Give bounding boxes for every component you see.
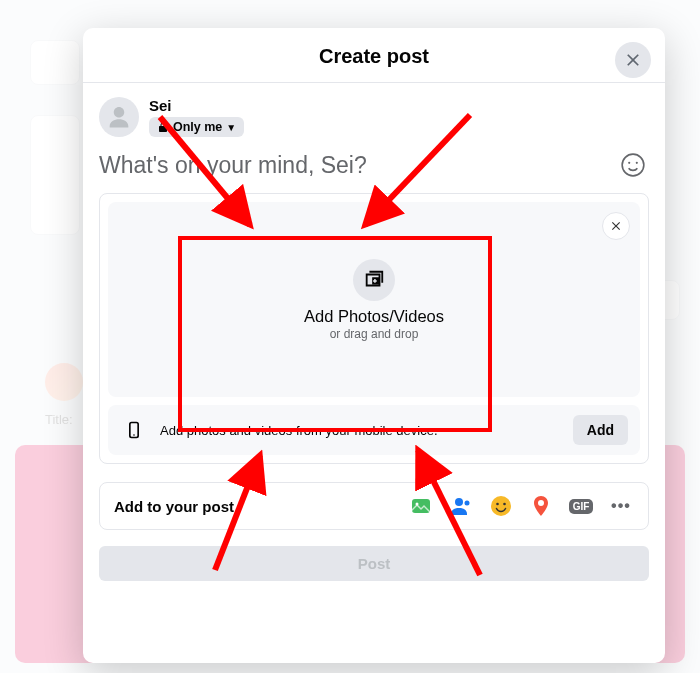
svg-point-2 xyxy=(636,162,638,164)
more-icon: ••• xyxy=(611,497,631,515)
svg-rect-6 xyxy=(412,499,430,513)
photo-icon xyxy=(409,494,433,518)
phone-icon xyxy=(120,416,148,444)
post-options: GIF ••• xyxy=(408,493,634,519)
upload-title: Add Photos/Videos xyxy=(304,307,444,326)
add-to-post-label: Add to your post xyxy=(114,498,234,515)
svg-point-8 xyxy=(455,498,463,506)
svg-point-5 xyxy=(133,434,135,436)
upload-area: Add Photos/Videos or drag and drop Add p… xyxy=(99,193,649,464)
gif-icon: GIF xyxy=(569,499,594,514)
avatar[interactable] xyxy=(99,97,139,137)
close-icon xyxy=(623,50,643,70)
create-post-modal: Create post Sei Only me ▼ xyxy=(83,28,665,663)
close-button[interactable] xyxy=(615,42,651,78)
emoji-button[interactable] xyxy=(617,149,649,181)
svg-point-0 xyxy=(622,154,644,176)
upload-close-button[interactable] xyxy=(602,212,630,240)
gif-option[interactable]: GIF xyxy=(568,493,594,519)
privacy-selector[interactable]: Only me ▼ xyxy=(149,117,244,137)
feeling-option[interactable] xyxy=(488,493,514,519)
location-option[interactable] xyxy=(528,493,554,519)
add-photo-icon xyxy=(363,269,385,291)
modal-header: Create post xyxy=(83,28,665,83)
username[interactable]: Sei xyxy=(149,97,244,114)
privacy-label: Only me xyxy=(173,120,222,134)
user-info: Sei Only me ▼ xyxy=(149,97,244,137)
mobile-left: Add photos and videos from your mobile d… xyxy=(120,416,438,444)
close-icon xyxy=(609,219,623,233)
mobile-upload-row: Add photos and videos from your mobile d… xyxy=(108,405,640,455)
svg-point-12 xyxy=(503,503,506,506)
feeling-icon xyxy=(489,494,513,518)
svg-point-11 xyxy=(496,503,499,506)
location-icon xyxy=(529,494,553,518)
add-button[interactable]: Add xyxy=(573,415,628,445)
svg-point-10 xyxy=(491,496,511,516)
modal-title: Create post xyxy=(83,45,665,68)
user-row: Sei Only me ▼ xyxy=(83,83,665,145)
composer-row xyxy=(83,145,665,191)
upload-box[interactable]: Add Photos/Videos or drag and drop xyxy=(108,202,640,397)
more-options[interactable]: ••• xyxy=(608,493,634,519)
smiley-icon xyxy=(620,152,646,178)
post-button[interactable]: Post xyxy=(99,546,649,581)
svg-point-9 xyxy=(465,501,470,506)
caret-down-icon: ▼ xyxy=(226,122,236,133)
upload-subtitle: or drag and drop xyxy=(330,327,419,341)
post-content-input[interactable] xyxy=(99,152,617,179)
lock-icon xyxy=(157,121,169,133)
people-icon xyxy=(449,494,473,518)
mobile-text: Add photos and videos from your mobile d… xyxy=(160,423,438,438)
add-to-post-row: Add to your post GIF ••• xyxy=(99,482,649,530)
person-icon xyxy=(105,103,133,131)
tag-people-option[interactable] xyxy=(448,493,474,519)
svg-point-1 xyxy=(628,162,630,164)
upload-icon-circle xyxy=(353,259,395,301)
photo-option[interactable] xyxy=(408,493,434,519)
